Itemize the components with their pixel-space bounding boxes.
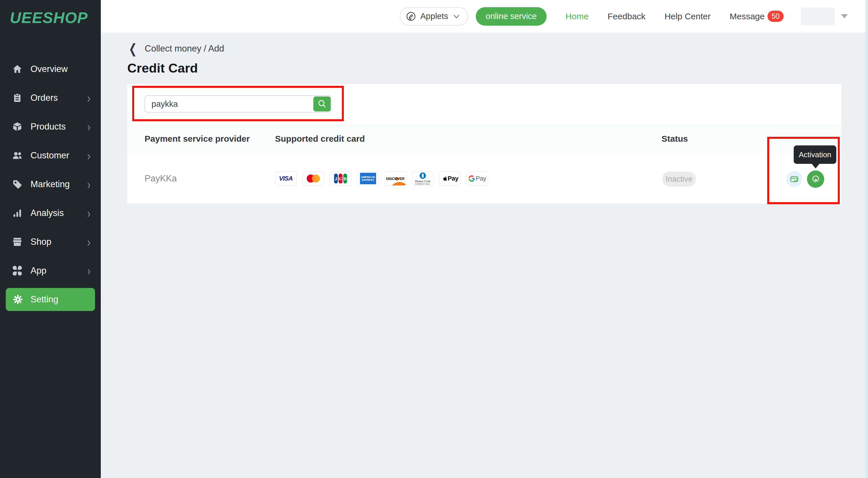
sidebar-item-customer[interactable]: Customer › — [0, 141, 101, 170]
sidebar-item-label: Setting — [31, 294, 90, 305]
sidebar: UEESHOP Overview Orders › Products — [0, 0, 101, 478]
sidebar-item-orders[interactable]: Orders › — [0, 84, 101, 112]
ueeshop-logo: UEESHOP — [0, 0, 101, 27]
sidebar-item-analysis[interactable]: Analysis › — [0, 199, 101, 227]
tooltip-text: Activation — [799, 150, 831, 159]
sidebar-item-label: Overview — [31, 64, 90, 74]
search-icon — [317, 99, 327, 109]
avatar[interactable] — [801, 7, 835, 25]
apple-logo-icon — [441, 176, 447, 182]
nav-link-help-center[interactable]: Help Center — [664, 11, 710, 21]
sidebar-item-label: Orders — [31, 93, 87, 103]
column-header-provider: Payment service provider — [145, 134, 250, 144]
chevron-right-icon: › — [87, 178, 90, 191]
google-logo-icon — [469, 176, 475, 182]
chevron-right-icon: › — [87, 207, 90, 219]
clipboard-icon — [11, 92, 23, 104]
users-icon — [11, 150, 23, 161]
chevron-right-icon: › — [87, 235, 90, 248]
applets-label: Applets — [421, 11, 448, 21]
apple-pay-card-icon: Pay — [439, 171, 461, 186]
main-content: ❮ Collect money / Add Credit Card Paymen… — [101, 33, 868, 478]
status-badge: Inactive — [662, 171, 696, 187]
message-label: Message — [730, 11, 765, 21]
sidebar-item-label: App — [31, 265, 87, 276]
topbar: Applets online service Home Feedback Hel… — [101, 0, 868, 33]
sidebar-item-overview[interactable]: Overview — [0, 55, 101, 84]
chevron-right-icon: › — [87, 149, 90, 162]
sidebar-item-marketing[interactable]: Marketing › — [0, 170, 101, 199]
account-caret-icon[interactable] — [841, 14, 848, 19]
chevron-right-icon: › — [87, 92, 90, 104]
page-scrollbar[interactable] — [865, 0, 868, 478]
column-header-status: Status — [661, 134, 688, 144]
home-icon — [11, 63, 23, 75]
search-input[interactable] — [145, 95, 331, 113]
jcb-card-icon: J C B — [330, 171, 351, 186]
message-count-badge: 50 — [768, 11, 784, 22]
sidebar-item-label: Analysis — [31, 208, 87, 218]
sidebar-item-app[interactable]: App › — [0, 256, 101, 285]
mastercard-card-icon — [302, 171, 324, 186]
sidebar-item-products[interactable]: Products › — [0, 112, 101, 141]
applets-icon — [406, 11, 416, 21]
sidebar-item-shop[interactable]: Shop › — [0, 227, 101, 256]
visa-card-icon: VISA — [275, 171, 297, 186]
nav-link-feedback[interactable]: Feedback — [608, 11, 646, 21]
discover-card-icon: DISCOVER — [384, 171, 406, 186]
breadcrumb-text[interactable]: Collect money / Add — [145, 43, 224, 54]
sidebar-item-label: Shop — [31, 237, 87, 247]
nav-link-message[interactable]: Message 50 — [730, 11, 784, 22]
chevron-down-icon — [453, 13, 460, 20]
ueeshop-admin-app: UEESHOP Overview Orders › Products — [0, 0, 868, 478]
grid-icon — [11, 265, 23, 277]
storefront-icon — [11, 236, 23, 248]
sidebar-active-highlight: Setting — [6, 288, 95, 311]
page-title: Credit Card — [127, 61, 198, 76]
breadcrumb: ❮ Collect money / Add — [127, 43, 224, 54]
tag-icon — [11, 179, 23, 190]
amex-card-icon: AMERICAN EXPRESS — [357, 171, 379, 186]
activate-click-icon — [810, 174, 821, 184]
payment-config-button[interactable] — [786, 171, 802, 187]
sidebar-item-setting[interactable]: Setting — [0, 285, 101, 314]
box-icon — [11, 121, 23, 132]
google-pay-card-icon: Pay — [467, 171, 488, 186]
activation-tooltip: Activation — [794, 146, 836, 164]
provider-name: PayKKa — [145, 173, 177, 184]
card-check-icon — [789, 174, 799, 184]
search-button[interactable] — [313, 96, 331, 111]
bar-chart-icon — [11, 207, 23, 219]
sidebar-item-label: Products — [31, 122, 87, 132]
gear-icon — [12, 294, 24, 305]
back-chevron-icon[interactable]: ❮ — [129, 43, 137, 54]
supported-cards-list: VISA J C B AMERICAN EXPRESS DISCOVER — [275, 171, 488, 186]
chevron-right-icon: › — [87, 264, 90, 277]
online-service-button[interactable]: online service — [476, 7, 546, 26]
sidebar-nav: Overview Orders › Products › — [0, 55, 101, 314]
activation-button[interactable] — [807, 170, 824, 188]
diners-club-card-icon: Diners Club INTERNATIONAL — [412, 171, 433, 186]
sidebar-item-label: Marketing — [31, 179, 87, 189]
nav-link-home[interactable]: Home — [566, 11, 589, 21]
column-header-supported-cards: Supported credit card — [275, 134, 365, 144]
sidebar-item-label: Customer — [31, 150, 87, 161]
chevron-right-icon: › — [87, 120, 90, 133]
applets-dropdown[interactable]: Applets — [400, 7, 469, 26]
